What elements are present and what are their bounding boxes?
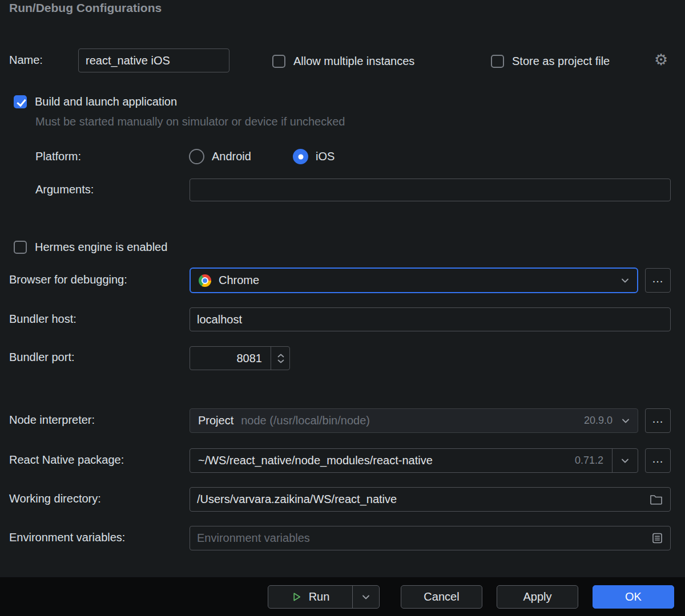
node-interpreter-more-button[interactable]: ...	[645, 408, 671, 433]
checkbox-unchecked-icon	[272, 55, 285, 68]
arguments-label: Arguments:	[35, 183, 94, 196]
stepper-up-icon[interactable]	[277, 354, 284, 358]
node-interpreter-version: 20.9.0	[584, 415, 613, 427]
react-native-package-select[interactable]: ~/WS/react_native/node_modules/react-nat…	[190, 448, 638, 473]
run-options-button[interactable]	[353, 586, 379, 608]
hermes-engine-checkbox[interactable]: Hermes engine is enabled	[14, 240, 167, 254]
working-directory-label: Working directory:	[9, 492, 101, 505]
bundler-port-label: Bundler port:	[9, 351, 75, 364]
checkbox-unchecked-icon	[491, 55, 504, 68]
ios-radio-label: iOS	[316, 150, 335, 163]
run-button-label: Run	[309, 590, 330, 603]
browser-for-debugging-select[interactable]: Chrome	[190, 268, 638, 293]
build-and-launch-hint: Must be started manually on simulator or…	[35, 115, 345, 128]
stepper-down-icon[interactable]	[277, 359, 284, 363]
bundler-port-field	[190, 346, 290, 370]
chevron-down-icon	[621, 416, 630, 425]
browser-more-button[interactable]: ...	[645, 268, 671, 293]
name-label: Name:	[9, 54, 43, 67]
bundler-host-input[interactable]	[190, 307, 671, 331]
bundler-host-label: Bundler host:	[9, 313, 76, 326]
radio-unselected-icon	[189, 149, 204, 164]
react-native-package-more-button[interactable]: ...	[645, 448, 671, 473]
checkbox-unchecked-icon	[14, 241, 27, 254]
allow-multiple-instances-checkbox[interactable]: Allow multiple instances	[272, 54, 414, 68]
play-icon	[291, 591, 302, 602]
radio-selected-icon	[293, 149, 308, 164]
chevron-down-icon	[620, 276, 630, 285]
port-stepper[interactable]	[271, 347, 290, 370]
browser-value: Chrome	[219, 274, 259, 287]
run-debug-configurations-dialog: Run/Debug Configurations Name: Allow mul…	[0, 0, 685, 616]
node-interpreter-label: Node interpreter:	[9, 414, 95, 427]
arguments-input[interactable]	[190, 179, 671, 201]
react-native-package-value: ~/WS/react_native/node_modules/react-nat…	[198, 454, 433, 467]
environment-variables-input[interactable]	[190, 526, 671, 550]
checkbox-checked-icon	[14, 95, 27, 108]
store-as-project-file-checkbox[interactable]: Store as project file	[491, 54, 610, 68]
chrome-icon	[199, 274, 211, 287]
cancel-button[interactable]: Cancel	[401, 585, 482, 609]
hermes-engine-label: Hermes engine is enabled	[35, 241, 167, 254]
browser-for-debugging-label: Browser for debugging:	[9, 273, 127, 286]
package-dropdown-button[interactable]	[612, 449, 638, 472]
gear-icon[interactable]: ⚙	[654, 52, 668, 68]
build-and-launch-checkbox[interactable]: Build and launch application	[14, 95, 177, 108]
platform-ios-radio[interactable]: iOS	[293, 149, 335, 164]
chevron-down-icon	[361, 593, 370, 602]
name-input[interactable]	[78, 48, 229, 72]
react-native-package-label: React Native package:	[9, 453, 124, 467]
node-interpreter-select[interactable]: Project node (/usr/local/bin/node) 20.9.…	[190, 408, 638, 433]
run-button-main[interactable]: Run	[268, 590, 352, 603]
ok-button[interactable]: OK	[593, 585, 674, 609]
env-vars-editor-icon[interactable]	[651, 532, 663, 544]
android-radio-label: Android	[212, 150, 251, 163]
react-native-package-version: 0.71.2	[575, 455, 603, 467]
allow-multiple-instances-label: Allow multiple instances	[293, 55, 414, 68]
environment-variables-label: Environment variables:	[9, 531, 125, 544]
working-directory-input[interactable]	[190, 487, 671, 512]
node-interpreter-path: node (/usr/local/bin/node)	[241, 414, 370, 427]
store-as-project-file-label: Store as project file	[512, 55, 610, 68]
platform-label: Platform:	[35, 150, 81, 163]
run-button[interactable]: Run	[268, 585, 380, 609]
chevron-down-icon	[620, 456, 630, 465]
node-interpreter-value: Project	[198, 414, 233, 427]
dialog-title: Run/Debug Configurations	[9, 1, 162, 15]
platform-android-radio[interactable]: Android	[189, 149, 251, 164]
folder-icon[interactable]	[650, 493, 663, 505]
build-and-launch-label: Build and launch application	[35, 95, 177, 108]
apply-button[interactable]: Apply	[497, 585, 578, 609]
